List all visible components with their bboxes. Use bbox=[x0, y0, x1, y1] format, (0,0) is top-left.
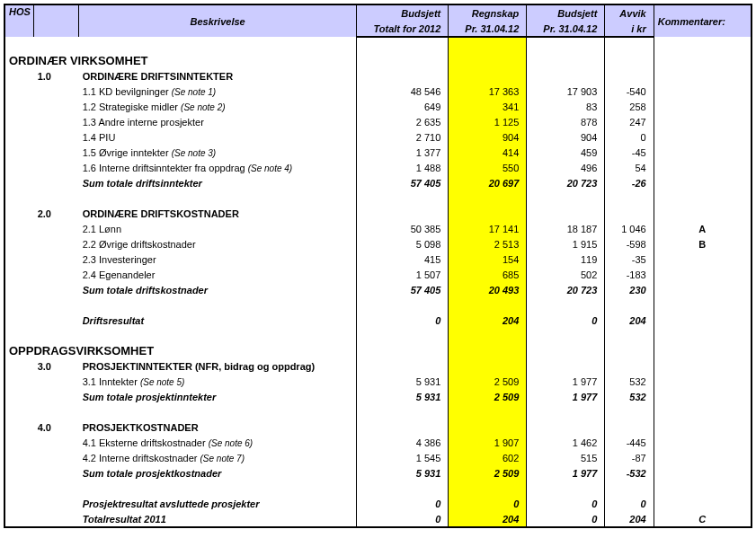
section-subheading: PROSJEKTINNTEKTER (NFR, bidrag og oppdra… bbox=[79, 358, 357, 374]
budget-total: 2 635 bbox=[357, 114, 449, 129]
regnskap: 154 bbox=[449, 251, 527, 267]
kommentar bbox=[654, 282, 752, 297]
table-row: 1.1 KD bevilgninger (Se note 1)48 54617 … bbox=[4, 84, 752, 99]
section-number: 1.0 bbox=[34, 68, 79, 84]
table-row: 2.2 Øvrige driftskostnader5 0982 5131 91… bbox=[4, 236, 752, 251]
budget-total: 649 bbox=[357, 99, 449, 114]
table-row: 2.0ORDINÆRE DRIFTSKOSTNADER bbox=[4, 206, 752, 221]
section-heading: OPPDRAGSVIRKSOMHET bbox=[4, 343, 357, 358]
line-item-label: 1.5 Øvrige inntekter (Se note 3) bbox=[79, 145, 357, 160]
budget-total: 5 931 bbox=[357, 374, 449, 389]
section-number: 4.0 bbox=[34, 419, 79, 435]
regnskap: 20 493 bbox=[449, 282, 527, 297]
budget-total: 415 bbox=[357, 251, 449, 267]
budget-period: 496 bbox=[527, 160, 605, 175]
regnskap: 0 bbox=[449, 496, 527, 511]
budget-period: 502 bbox=[527, 267, 605, 282]
line-item-label: 2.1 Lønn bbox=[79, 221, 357, 236]
budget-period: 1 915 bbox=[527, 236, 605, 251]
table-row: Sum totale driftsinntekter57 40520 69720… bbox=[4, 175, 752, 190]
sum-label: Driftsresultat bbox=[79, 313, 357, 328]
kommentar: B bbox=[654, 236, 752, 251]
col1-header-a: Budsjett bbox=[357, 4, 449, 21]
table-row: Sum totale prosjektkostnader5 9312 5091 … bbox=[4, 465, 752, 481]
table-row: 2.4 Egenandeler1 507685502-183 bbox=[4, 267, 752, 282]
kommentar bbox=[654, 145, 752, 160]
table-row bbox=[4, 481, 752, 496]
line-item-label: 2.3 Investeringer bbox=[79, 251, 357, 267]
sum-label: Sum totale driftskostnader bbox=[79, 282, 357, 297]
table-row: 4.1 Eksterne driftskostnader (Se note 6)… bbox=[4, 435, 752, 450]
table-row: 2.3 Investeringer415154119-35 bbox=[4, 251, 752, 267]
kommentar bbox=[654, 374, 752, 389]
avvik: 532 bbox=[605, 389, 654, 404]
desc-header: Beskrivelse bbox=[79, 4, 357, 37]
regnskap: 1 907 bbox=[449, 435, 527, 450]
line-item-label: 3.1 Inntekter (Se note 5) bbox=[79, 374, 357, 389]
sum-label: Sum totale driftsinntekter bbox=[79, 175, 357, 190]
table-body: ORDINÆR VIRKSOMHET1.0ORDINÆRE DRIFTSINNT… bbox=[4, 37, 752, 527]
col4-header-a: Avvik bbox=[605, 4, 654, 21]
budget-period: 0 bbox=[527, 496, 605, 511]
budget-total: 57 405 bbox=[357, 282, 449, 297]
kommentar bbox=[654, 313, 752, 328]
kommentar bbox=[654, 160, 752, 175]
table-row: 1.4 PIU2 7109049040 bbox=[4, 129, 752, 145]
table-row: 1.3 Andre interne prosjekter2 6351 12587… bbox=[4, 114, 752, 129]
regnskap: 414 bbox=[449, 145, 527, 160]
budget-period: 904 bbox=[527, 129, 605, 145]
col1-header-b: Totalt for 2012 bbox=[357, 21, 449, 37]
table-row: Sum totale driftskostnader57 40520 49320… bbox=[4, 282, 752, 297]
regnskap: 602 bbox=[449, 450, 527, 465]
sum-label: Totalresultat 2011 bbox=[79, 511, 357, 527]
avvik: 247 bbox=[605, 114, 654, 129]
regnskap: 341 bbox=[449, 99, 527, 114]
table-row bbox=[4, 37, 752, 53]
budget-period: 18 187 bbox=[527, 221, 605, 236]
budget-period: 1 977 bbox=[527, 374, 605, 389]
regnskap: 1 125 bbox=[449, 114, 527, 129]
avvik: 204 bbox=[605, 313, 654, 328]
avvik: 230 bbox=[605, 282, 654, 297]
table-row bbox=[4, 404, 752, 419]
table-row bbox=[4, 190, 752, 206]
regnskap: 904 bbox=[449, 129, 527, 145]
section-heading: ORDINÆR VIRKSOMHET bbox=[4, 53, 357, 68]
line-item-label: 4.2 Interne driftskostnader (Se note 7) bbox=[79, 450, 357, 465]
budget-period: 1 977 bbox=[527, 389, 605, 404]
budget-period: 17 903 bbox=[527, 84, 605, 99]
regnskap: 2 513 bbox=[449, 236, 527, 251]
line-item-label: 1.6 Interne driftsinntekter fra oppdrag … bbox=[79, 160, 357, 175]
budget-total: 1 545 bbox=[357, 450, 449, 465]
avvik: -26 bbox=[605, 175, 654, 190]
table-row: 4.0PROSJEKTKOSTNADER bbox=[4, 419, 752, 435]
kommentar bbox=[654, 99, 752, 114]
budget-total: 0 bbox=[357, 511, 449, 527]
line-item-label: 1.3 Andre interne prosjekter bbox=[79, 114, 357, 129]
avvik: 1 046 bbox=[605, 221, 654, 236]
regnskap: 2 509 bbox=[449, 374, 527, 389]
line-item-label: 1.4 PIU bbox=[79, 129, 357, 145]
avvik: -445 bbox=[605, 435, 654, 450]
budget-period: 83 bbox=[527, 99, 605, 114]
avvik: 204 bbox=[605, 511, 654, 527]
regnskap: 20 697 bbox=[449, 175, 527, 190]
budget-total: 5 098 bbox=[357, 236, 449, 251]
avvik: 258 bbox=[605, 99, 654, 114]
kommentar: A bbox=[654, 221, 752, 236]
budget-period: 20 723 bbox=[527, 175, 605, 190]
avvik: -540 bbox=[605, 84, 654, 99]
line-item-label: 1.2 Strategiske midler (Se note 2) bbox=[79, 99, 357, 114]
regnskap: 204 bbox=[449, 511, 527, 527]
line-item-label: 2.2 Øvrige driftskostnader bbox=[79, 236, 357, 251]
sum-label: Sum totale prosjektinntekter bbox=[79, 389, 357, 404]
regnskap: 2 509 bbox=[449, 389, 527, 404]
avvik: -45 bbox=[605, 145, 654, 160]
line-item-label: 2.4 Egenandeler bbox=[79, 267, 357, 282]
kommentar bbox=[654, 435, 752, 450]
kommentar bbox=[654, 450, 752, 465]
col3-header-b: Pr. 31.04.12 bbox=[527, 21, 605, 37]
table-row: 2.1 Lønn50 38517 14118 1871 046A bbox=[4, 221, 752, 236]
table-header: HOS Beskrivelse Budsjett Regnskap Budsje… bbox=[4, 4, 752, 37]
line-item-label: 1.1 KD bevilgninger (Se note 1) bbox=[79, 84, 357, 99]
